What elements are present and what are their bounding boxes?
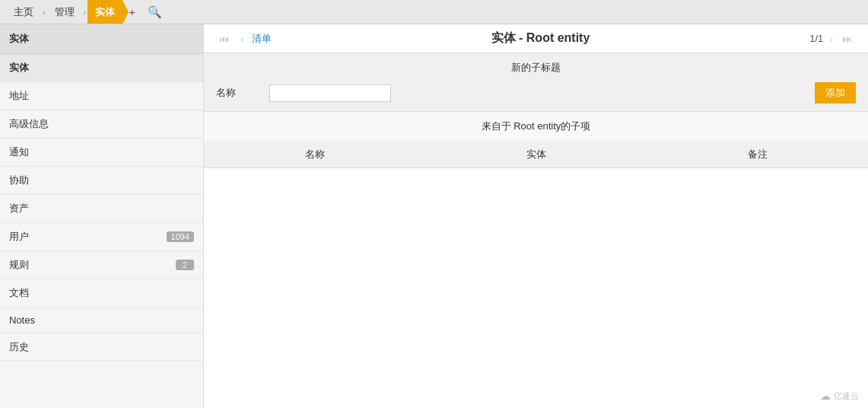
nav-item-admin[interactable]: 管理	[47, 0, 82, 24]
first-page-button[interactable]: ⏮	[216, 31, 233, 46]
new-subtopic-section: 新的子标题 名称 添加	[204, 53, 868, 112]
next-page-button[interactable]: ›	[826, 31, 836, 46]
sidebar-badge-users: 1094	[167, 231, 194, 242]
sidebar-label-address: 地址	[9, 89, 29, 103]
pagination-bar: ⏮ ‹ 清单 实体 - Root entity 1/1 › ⏭	[204, 24, 868, 53]
search-nav-icon[interactable]: 🔍	[141, 5, 168, 19]
sidebar-item-entity[interactable]: 实体	[0, 54, 203, 82]
sidebar-item-docs[interactable]: 文档	[0, 279, 203, 308]
nav-label-entity: 实体	[95, 5, 115, 19]
sidebar-badge-rules: 2	[176, 260, 194, 270]
top-navigation: 主页 › 管理 › 实体 + 🔍	[0, 0, 868, 24]
pagination-right: 1/1 › ⏭	[809, 31, 856, 46]
col-header-name: 名称	[204, 142, 425, 168]
cloud-icon: ☁	[820, 390, 831, 402]
form-row: 名称 添加	[216, 82, 856, 104]
col-header-notes: 备注	[647, 142, 868, 168]
subtopic-table-section: 来自于 Root entity的子项 名称 实体 备注	[204, 112, 868, 408]
sidebar-label-history: 历史	[9, 340, 29, 354]
sidebar-label-assist: 协助	[9, 174, 29, 187]
last-page-button[interactable]: ⏭	[839, 31, 856, 46]
sidebar-item-advanced[interactable]: 高级信息	[0, 110, 203, 139]
add-button[interactable]: 添加	[815, 82, 856, 104]
nav-item-entity[interactable]: 实体	[87, 0, 122, 24]
main-content: 实体 实体地址高级信息通知协助资产用户1094规则2文档Notes历史 ⏮ ‹ …	[0, 24, 868, 408]
watermark-text: 亿速云	[834, 390, 859, 402]
subtopic-table: 名称 实体 备注	[204, 142, 868, 168]
watermark: ☁ 亿速云	[820, 390, 859, 402]
page-title: 实体 - Root entity	[272, 30, 810, 46]
sidebar-item-assets[interactable]: 资产	[0, 195, 203, 223]
sidebar-item-rules[interactable]: 规则2	[0, 251, 203, 279]
form-section-title: 新的子标题	[216, 61, 856, 75]
content-panel: ⏮ ‹ 清单 实体 - Root entity 1/1 › ⏭ 新的子标题 名称…	[204, 24, 868, 408]
table-header-row: 名称 实体 备注	[204, 142, 868, 168]
sidebar-label-assets: 资产	[9, 202, 29, 215]
sidebar-item-address[interactable]: 地址	[0, 82, 203, 110]
sidebar-item-users[interactable]: 用户1094	[0, 223, 203, 251]
pagination-left: ⏮ ‹ 清单	[216, 31, 272, 46]
nav-item-home[interactable]: 主页	[6, 0, 41, 24]
sidebar-label-notes: Notes	[9, 314, 35, 326]
sidebar-item-notification[interactable]: 通知	[0, 139, 203, 167]
sidebar-label-rules: 规则	[9, 258, 29, 272]
nav-label-admin: 管理	[55, 5, 75, 19]
sidebar-item-history[interactable]: 历史	[0, 333, 203, 362]
sidebar-label-notification: 通知	[9, 145, 29, 159]
sidebar-label-docs: 文档	[9, 286, 29, 300]
sidebar-label-entity: 实体	[9, 61, 29, 75]
nav-separator-1: ›	[43, 8, 46, 17]
sidebar-header: 实体	[0, 24, 203, 54]
name-input[interactable]	[269, 84, 391, 102]
col-header-entity: 实体	[425, 142, 647, 168]
nav-separator-2: ›	[84, 8, 87, 17]
prev-page-button[interactable]: ‹	[237, 31, 247, 46]
nav-label-home: 主页	[14, 5, 33, 19]
sidebar-item-notes[interactable]: Notes	[0, 308, 203, 333]
page-count: 1/1	[809, 33, 823, 44]
clear-list-link[interactable]: 清单	[252, 32, 272, 46]
sidebar-item-assist[interactable]: 协助	[0, 167, 203, 195]
name-label: 名称	[216, 86, 262, 100]
sidebar: 实体 实体地址高级信息通知协助资产用户1094规则2文档Notes历史	[0, 24, 204, 408]
sidebar-label-users: 用户	[9, 230, 29, 244]
subtable-header: 来自于 Root entity的子项	[204, 112, 868, 142]
sidebar-label-advanced: 高级信息	[9, 117, 49, 131]
